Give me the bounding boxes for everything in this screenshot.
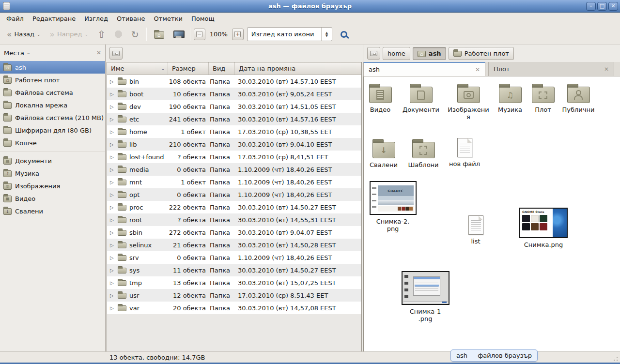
menu-edit[interactable]: Редактиране <box>28 14 80 24</box>
column-header-name[interactable]: Име ⌄ <box>107 62 168 75</box>
expander-icon[interactable]: ▷ <box>110 305 115 311</box>
root-location-button[interactable] <box>109 47 123 60</box>
spinner-arrows-icon[interactable]: ▲▼ <box>321 28 332 41</box>
back-history-chevron-icon[interactable]: ⌄ <box>37 32 41 37</box>
view-mode-select[interactable]: Изглед като икони ▲▼ <box>247 27 332 41</box>
table-row[interactable]: ▷ selinux 21 обекта Папка 30.03.2010 (вт… <box>107 239 361 251</box>
expander-icon[interactable]: ▷ <box>110 230 115 235</box>
file-list[interactable]: list <box>461 214 490 245</box>
stop-button[interactable] <box>111 28 126 40</box>
expander-icon[interactable]: ▷ <box>110 117 115 122</box>
expander-icon[interactable]: ▷ <box>110 180 115 185</box>
sidebar-item[interactable]: Кошче <box>0 136 105 149</box>
table-row[interactable]: ▷ tmp 13 обекта Папка 30.03.2010 (вт) 15… <box>107 276 361 289</box>
table-row[interactable]: ▷ media 0 обекта Папка 1.10.2009 (чт) 18… <box>107 163 361 176</box>
table-row[interactable]: ▷ opt 0 обекта Папка 1.10.2009 (чт) 18,4… <box>107 188 361 201</box>
path-button-home[interactable]: home <box>383 47 410 60</box>
table-row[interactable]: ▷ mnt 1 обект Папка 1.10.2009 (чт) 18,40… <box>107 176 361 188</box>
table-row[interactable]: ▷ root ? обекта Папка 30.03.2010 (вт) 14… <box>107 213 361 226</box>
table-row[interactable]: ▷ bin 108 обекта Папка 30.03.2010 (вт) 1… <box>107 75 361 88</box>
expander-icon[interactable]: ▷ <box>110 167 115 172</box>
maximize-button[interactable]: □ <box>597 2 607 11</box>
sidebar-item[interactable]: Работен плот <box>0 74 105 86</box>
path-button-ash[interactable]: ash <box>413 47 446 60</box>
expander-icon[interactable]: ▷ <box>110 205 115 210</box>
table-row[interactable]: ▷ lib 210 обекта Папка 30.03.2010 (вт) 9… <box>107 138 361 151</box>
minimize-button[interactable]: – <box>586 2 596 11</box>
expander-icon[interactable]: ▷ <box>110 192 115 197</box>
table-row[interactable]: ▷ dev 190 обекта Папка 30.03.2010 (вт) 1… <box>107 100 361 113</box>
close-button[interactable]: ✕ <box>608 2 618 11</box>
titlebar[interactable]: ash — файлов браузър – □ ✕ <box>0 0 620 13</box>
expander-icon[interactable]: ▷ <box>110 79 115 84</box>
tab-desktop[interactable]: Плот ✕ <box>488 62 614 76</box>
menu-view[interactable]: Изглед <box>80 14 112 24</box>
sidebar-item[interactable]: Локална мрежа <box>0 99 105 111</box>
expander-icon[interactable]: ▷ <box>110 142 115 147</box>
sidebar-item[interactable]: Шифриран дял (80 GB) <box>0 124 105 136</box>
expander-icon[interactable]: ▷ <box>110 91 115 97</box>
folder-images[interactable]: Изображения <box>447 83 490 121</box>
folder-documents[interactable]: Документи <box>398 83 444 113</box>
file-snimka[interactable]: GNOME Store Снимка.png <box>518 208 569 248</box>
back-button[interactable]: « Назад ⌄ <box>3 28 45 40</box>
expander-icon[interactable]: ▷ <box>110 129 115 135</box>
expander-icon[interactable]: ▷ <box>110 243 115 248</box>
expander-icon[interactable]: ▷ <box>110 268 115 273</box>
tab-close-icon[interactable]: ✕ <box>604 66 609 73</box>
menu-bookmarks[interactable]: Отметки <box>149 14 186 24</box>
folder-video[interactable]: Видео <box>363 83 399 113</box>
search-button[interactable] <box>337 27 351 42</box>
tab-ash[interactable]: ash ✕ <box>363 62 485 76</box>
table-row[interactable]: ▷ srv 0 обекта Папка 1.10.2009 (чт) 18,4… <box>107 251 361 264</box>
folder-downloads[interactable]: Свалени <box>365 138 403 168</box>
column-header-date[interactable]: Дата на промяна <box>235 62 361 75</box>
menu-help[interactable]: Помощ <box>187 14 219 24</box>
resize-grip[interactable] <box>613 356 619 362</box>
tab-close-icon[interactable]: ✕ <box>475 66 480 73</box>
table-row[interactable]: ▷ usr 12 обекта Папка 17.03.2010 (ср) 8,… <box>107 289 361 302</box>
expander-icon[interactable]: ▷ <box>110 154 115 160</box>
sidebar-item[interactable]: Музика <box>0 167 105 180</box>
folder-desktop[interactable]: Плот <box>528 83 558 113</box>
menu-go[interactable]: Отиване <box>112 14 149 24</box>
sidebar-item[interactable]: Свалени <box>0 205 105 217</box>
sidebar-close-icon[interactable]: ✕ <box>96 49 101 56</box>
sidebar-pane-chevron-icon[interactable]: ⌄ <box>27 50 31 55</box>
zoom-out-button[interactable]: − <box>194 29 205 40</box>
expander-icon[interactable]: ▷ <box>110 217 115 223</box>
icon-view[interactable]: Видео Документи Изображения Музика Плот <box>363 76 620 351</box>
sidebar-item[interactable]: Изображения <box>0 180 105 192</box>
expander-icon[interactable]: ▷ <box>110 255 115 260</box>
folder-public[interactable]: Публични <box>558 83 599 113</box>
folder-music[interactable]: Музика <box>492 83 528 113</box>
table-row[interactable]: ▷ sbin 272 обекта Папка 30.03.2010 (вт) … <box>107 226 361 239</box>
home-button[interactable] <box>150 28 168 41</box>
expander-icon[interactable]: ▷ <box>110 104 115 109</box>
folder-templates[interactable]: Шаблони <box>404 138 443 168</box>
up-button[interactable]: ⇧ <box>93 29 109 40</box>
table-row[interactable]: ▷ boot 10 обекта Папка 30.03.2010 (вт) 9… <box>107 88 361 100</box>
sidebar-item[interactable]: ash <box>0 61 105 74</box>
table-row[interactable]: ▷ var 20 обекта Папка 30.03.2010 (вт) 14… <box>107 302 361 314</box>
table-row[interactable]: ▷ home 1 обект Папка 17.03.2010 (ср) 10,… <box>107 125 361 138</box>
table-row[interactable]: ▷ sys 11 обекта Папка 30.03.2010 (вт) 14… <box>107 264 361 276</box>
root-location-button[interactable] <box>367 47 380 60</box>
reload-button[interactable]: ↻ <box>127 29 143 40</box>
table-row[interactable]: ▷ lost+found ? обекта Папка 17.03.2010 (… <box>107 151 361 163</box>
sidebar-item[interactable]: Видео <box>0 192 105 205</box>
file-snimka-2[interactable]: GUADEC Снимка-2.png <box>375 181 410 233</box>
computer-button[interactable] <box>170 28 186 41</box>
zoom-in-button[interactable]: + <box>232 29 244 40</box>
expander-icon[interactable]: ▷ <box>110 280 115 286</box>
expander-icon[interactable]: ▷ <box>110 293 115 298</box>
file-new-file[interactable]: нов файл <box>447 136 482 167</box>
sidebar-title[interactable]: Места <box>4 49 24 57</box>
table-row[interactable]: ▷ etc 241 обекта Папка 30.03.2010 (вт) 1… <box>107 113 361 125</box>
sidebar-item[interactable]: Файлова система <box>0 86 105 99</box>
path-button-desktop[interactable]: Работен плот <box>449 47 514 60</box>
column-header-size[interactable]: Размер <box>168 62 209 75</box>
file-snimka-1[interactable]: Снимка-1.png <box>409 271 442 323</box>
table-row[interactable]: ▷ proc 222 обекта Папка 30.03.2010 (вт) … <box>107 201 361 213</box>
sidebar-item[interactable]: Файлова система (210 MB) <box>0 111 105 124</box>
